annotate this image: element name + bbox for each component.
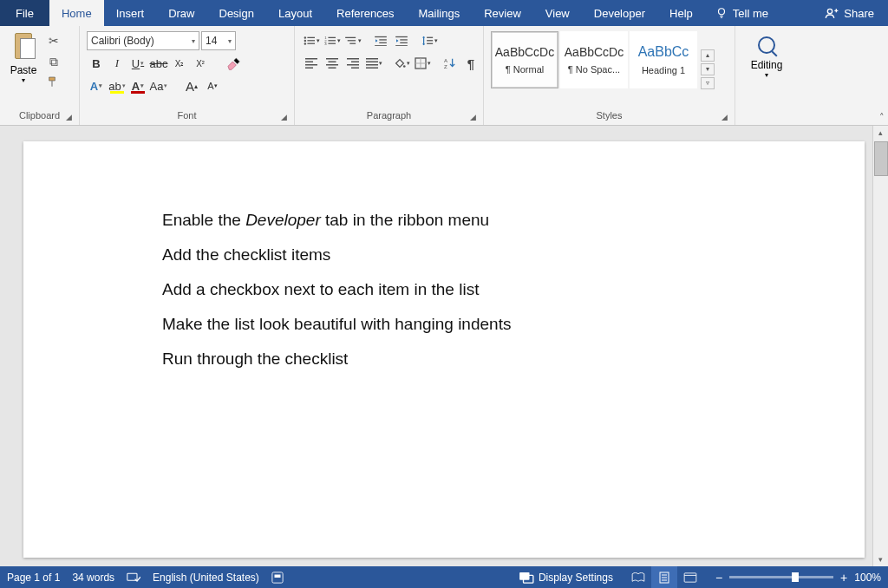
- style-normal[interactable]: AaBbCcDc ¶ Normal: [491, 31, 558, 88]
- status-macro[interactable]: [271, 572, 284, 584]
- align-center-button[interactable]: [323, 54, 342, 73]
- styles-expand[interactable]: ▿: [701, 77, 715, 89]
- decrease-indent-button[interactable]: [371, 31, 390, 50]
- status-page[interactable]: Page 1 of 1: [7, 572, 60, 584]
- editing-button[interactable]: Editing ▾: [741, 29, 793, 123]
- scroll-thumb[interactable]: [874, 141, 888, 176]
- font-color-button[interactable]: A▾: [128, 76, 147, 95]
- grow-font-button[interactable]: A▴: [182, 76, 201, 95]
- paste-button[interactable]: Paste ▾: [5, 29, 42, 84]
- view-web-layout[interactable]: [677, 566, 703, 588]
- svg-rect-37: [347, 58, 359, 60]
- status-word-count[interactable]: 34 words: [72, 572, 114, 584]
- scroll-down-button[interactable]: ▾: [874, 552, 888, 566]
- line-spacing-icon: [421, 35, 434, 47]
- bullets-button[interactable]: ▾: [302, 31, 321, 50]
- svg-rect-25: [423, 37, 424, 45]
- svg-rect-30: [305, 62, 313, 63]
- superscript-button[interactable]: X: [191, 54, 210, 73]
- vertical-scrollbar[interactable]: ▴ ▾: [872, 126, 888, 566]
- highlight-color-button[interactable]: ab▾: [108, 76, 127, 95]
- svg-rect-28: [427, 43, 433, 44]
- svg-rect-32: [305, 68, 313, 69]
- zoom-slider-thumb[interactable]: [792, 572, 799, 582]
- font-dialog-launcher[interactable]: ◢: [281, 113, 287, 121]
- search-icon: [758, 36, 775, 54]
- tab-mailings[interactable]: Mailings: [407, 0, 473, 26]
- clear-formatting-button[interactable]: [224, 54, 243, 73]
- align-right-icon: [347, 58, 359, 69]
- format-painter-button[interactable]: [45, 74, 62, 91]
- eraser-icon: [226, 56, 240, 70]
- zoom-in-button[interactable]: +: [840, 571, 847, 585]
- svg-rect-22: [400, 39, 408, 40]
- justify-button[interactable]: ▾: [364, 54, 383, 73]
- group-paragraph-label: Paragraph◢: [300, 108, 478, 123]
- tab-help[interactable]: Help: [657, 0, 705, 26]
- tab-design[interactable]: Design: [207, 0, 266, 26]
- multilevel-list-button[interactable]: ▾: [343, 31, 362, 50]
- tab-draw[interactable]: Draw: [156, 0, 206, 26]
- bold-button[interactable]: B: [87, 54, 106, 73]
- subscript-button[interactable]: X: [170, 54, 189, 73]
- svg-rect-40: [351, 68, 359, 69]
- numbering-button[interactable]: 123▾: [323, 31, 342, 50]
- italic-button[interactable]: I: [108, 54, 127, 73]
- editing-label: Editing: [751, 59, 783, 71]
- line-spacing-button[interactable]: ▾: [420, 31, 439, 50]
- tab-layout[interactable]: Layout: [266, 0, 324, 26]
- tab-home[interactable]: Home: [49, 0, 104, 26]
- sort-button[interactable]: AZ: [441, 54, 460, 73]
- tab-file[interactable]: File: [0, 0, 49, 26]
- tell-me-search[interactable]: Tell me: [705, 0, 779, 26]
- styles-dialog-launcher[interactable]: ◢: [722, 113, 728, 121]
- status-language[interactable]: English (United States): [153, 572, 259, 584]
- svg-rect-39: [347, 64, 359, 66]
- strikethrough-button[interactable]: abc: [149, 54, 168, 73]
- shrink-font-button[interactable]: A▾: [203, 76, 222, 95]
- font-name-combo[interactable]: Calibri (Body)▾: [87, 31, 199, 50]
- increase-indent-button[interactable]: [392, 31, 411, 50]
- svg-rect-7: [307, 43, 315, 44]
- styles-scroll-down[interactable]: ▾: [701, 63, 715, 75]
- copy-button[interactable]: ⧉: [45, 53, 62, 70]
- numbering-icon: 123: [324, 36, 336, 46]
- group-clipboard: Paste ▾ ✂ ⧉ Clipboard◢: [0, 26, 80, 125]
- view-print-layout[interactable]: [651, 566, 677, 588]
- tab-view[interactable]: View: [533, 0, 582, 26]
- paragraph-dialog-launcher[interactable]: ◢: [470, 113, 476, 121]
- tab-references[interactable]: References: [324, 0, 406, 26]
- svg-point-4: [304, 40, 305, 42]
- chevron-down-icon: ▾: [22, 76, 25, 84]
- group-styles-label: Styles◢: [489, 108, 729, 123]
- align-left-button[interactable]: [302, 54, 321, 73]
- status-spellcheck[interactable]: [127, 572, 140, 584]
- text-effects-button[interactable]: A▾: [87, 76, 106, 95]
- zoom-out-button[interactable]: −: [715, 571, 722, 585]
- show-marks-button[interactable]: ¶: [461, 54, 480, 73]
- paint-bucket-icon: [394, 57, 406, 69]
- font-size-combo[interactable]: 14▾: [201, 31, 236, 50]
- zoom-level[interactable]: 100%: [854, 572, 881, 584]
- tab-developer[interactable]: Developer: [582, 0, 657, 26]
- shading-button[interactable]: ▾: [392, 54, 411, 73]
- style-no-spacing[interactable]: AaBbCcDc ¶ No Spac...: [560, 31, 628, 88]
- clipboard-dialog-launcher[interactable]: ◢: [66, 113, 72, 121]
- document-page[interactable]: Enable the Developer tab in the ribbon m…: [23, 141, 865, 558]
- styles-scroll-up[interactable]: ▴: [701, 49, 715, 62]
- cut-button[interactable]: ✂: [45, 32, 62, 49]
- share-button[interactable]: Share: [811, 0, 888, 26]
- style-heading1[interactable]: AaBbCc Heading 1: [630, 31, 697, 88]
- align-right-button[interactable]: [343, 54, 362, 73]
- display-settings-button[interactable]: Display Settings: [519, 572, 613, 584]
- scroll-up-button[interactable]: ▴: [874, 126, 888, 140]
- borders-button[interactable]: ▾: [413, 54, 432, 73]
- change-case-button[interactable]: Aa▾: [149, 76, 168, 95]
- view-read-mode[interactable]: [625, 566, 651, 588]
- underline-button[interactable]: U▾: [128, 54, 147, 73]
- collapse-ribbon-button[interactable]: ˄: [879, 112, 885, 123]
- zoom-slider[interactable]: [729, 576, 833, 578]
- tab-insert[interactable]: Insert: [104, 0, 157, 26]
- tab-review[interactable]: Review: [472, 0, 533, 26]
- svg-point-45: [402, 65, 405, 68]
